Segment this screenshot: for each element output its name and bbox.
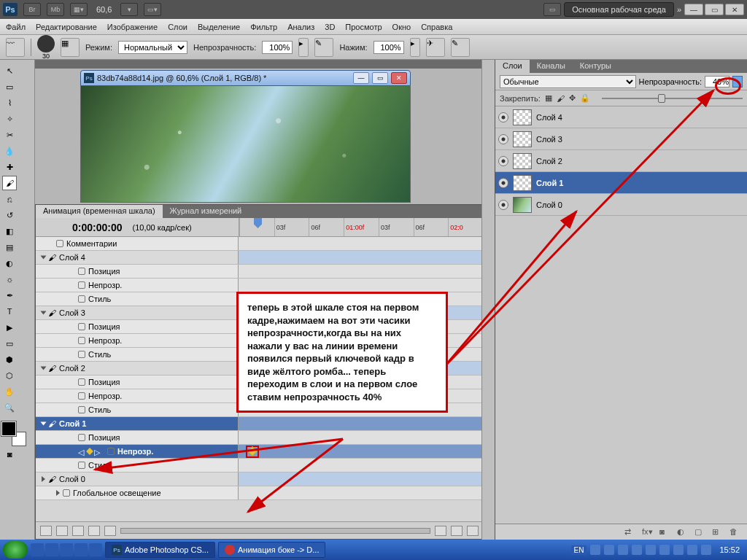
disclosure-icon[interactable] — [42, 476, 45, 482]
adjustment-layer-icon[interactable]: ◐ — [677, 527, 689, 537]
tray-icon[interactable] — [687, 545, 697, 555]
tab-paths[interactable]: Контуры — [573, 60, 619, 73]
group-icon[interactable]: ▢ — [694, 527, 706, 537]
stamp-tool-icon[interactable]: ⎌ — [2, 192, 17, 206]
blend-mode-select[interactable]: Нормальный — [118, 41, 187, 54]
stopwatch-icon[interactable] — [78, 434, 85, 441]
opacity-input[interactable] — [262, 41, 293, 54]
stopwatch-icon[interactable] — [78, 378, 85, 386]
menu-help[interactable]: Справка — [421, 23, 452, 31]
tab-channels[interactable]: Каналы — [530, 60, 573, 73]
doc-maximize-button[interactable]: ▭ — [372, 72, 388, 84]
move-tool-icon[interactable]: ↖ — [2, 63, 17, 78]
tray-icon[interactable] — [618, 545, 628, 555]
workspace-more-icon[interactable]: » — [677, 5, 681, 14]
history-brush-icon[interactable]: ↺ — [2, 208, 17, 222]
eraser-tool-icon[interactable]: ◧ — [2, 224, 17, 238]
zoom-tool-icon[interactable]: 🔍 — [2, 400, 17, 415]
quicklaunch-icon[interactable] — [45, 543, 58, 556]
airbrush-icon[interactable]: ✈ — [426, 38, 445, 57]
play-icon[interactable] — [72, 526, 84, 536]
menu-window[interactable]: Окно — [392, 23, 411, 31]
menu-select[interactable]: Выделение — [198, 23, 240, 31]
tab-layers[interactable]: Слои — [495, 60, 530, 73]
row-layer4[interactable]: Слой 4 — [59, 253, 85, 262]
layer-item[interactable]: Слой 4 — [495, 106, 747, 128]
row-layer3[interactable]: Слой 3 — [59, 308, 85, 317]
layer-mask-icon[interactable]: ◙ — [659, 527, 671, 537]
stopwatch-icon[interactable] — [78, 337, 85, 344]
layer-item[interactable]: Слой 2 — [495, 150, 747, 172]
delete-layer-icon[interactable]: 🗑 — [729, 527, 741, 537]
eyedropper-tool-icon[interactable]: 💧 — [2, 144, 17, 158]
pen-tool-icon[interactable]: ✒ — [2, 288, 17, 303]
menu-filter[interactable]: Фильтр — [250, 23, 277, 31]
menu-layer[interactable]: Слои — [168, 23, 187, 31]
menu-analysis[interactable]: Анализ — [287, 23, 314, 31]
flow-input[interactable] — [374, 41, 404, 54]
stopwatch-icon[interactable] — [78, 406, 85, 413]
tray-icon[interactable] — [590, 545, 600, 555]
quicklaunch-icon[interactable] — [60, 543, 73, 556]
visibility-icon[interactable] — [498, 112, 508, 122]
tray-icon[interactable] — [604, 545, 614, 555]
menu-image[interactable]: Изображение — [107, 23, 158, 31]
tray-icon[interactable] — [659, 545, 670, 555]
taskbar-clock[interactable]: 15:52 — [715, 545, 744, 554]
language-indicator[interactable]: EN — [571, 545, 587, 555]
keyframe-nav[interactable]: ◁▷ — [78, 448, 101, 455]
wand-tool-icon[interactable]: ✧ — [2, 112, 17, 126]
3d-camera-icon[interactable]: ⬡ — [2, 368, 17, 383]
convert-frames-icon[interactable] — [467, 526, 479, 536]
lock-pixels-icon[interactable]: 🖌 — [557, 94, 565, 103]
tool-preset-icon[interactable]: 〰 — [6, 38, 25, 57]
stopwatch-icon[interactable] — [78, 281, 85, 289]
row-layer1[interactable]: Слой 1 — [59, 419, 86, 428]
layer-fx-icon[interactable]: fx▾ — [642, 527, 654, 537]
row-layer2[interactable]: Слой 2 — [59, 364, 85, 373]
timeline-ruler[interactable]: 03f 06f 01:00f 03f 06f 02:0 — [239, 218, 483, 236]
onion-skin-icon[interactable] — [435, 526, 446, 536]
tab-measurement-log[interactable]: Журнал измерений — [163, 205, 249, 218]
workspace-switcher[interactable]: Основная рабочая среда — [564, 2, 674, 17]
menu-file[interactable]: Файл — [6, 23, 26, 31]
screen-mode-icon[interactable]: ▭▾ — [144, 3, 161, 16]
disclosure-icon[interactable] — [41, 256, 47, 260]
stopwatch-icon[interactable] — [78, 392, 85, 400]
disclosure-icon[interactable] — [41, 311, 47, 315]
visibility-icon[interactable] — [498, 134, 508, 144]
color-swatches[interactable] — [1, 421, 26, 446]
layer-item-selected[interactable]: Слой 1 — [495, 172, 747, 194]
type-tool-icon[interactable]: T — [2, 304, 17, 319]
layer-item[interactable]: Слой 0 — [495, 194, 747, 216]
window-minimize-button[interactable]: — — [684, 4, 703, 15]
brush-panel-icon[interactable]: ▦ — [61, 38, 80, 57]
zoom-slider[interactable] — [120, 528, 430, 534]
tablet-pressure-icon[interactable]: ✎ — [451, 38, 470, 57]
healing-tool-icon[interactable]: ✚ — [2, 160, 17, 174]
lock-all-icon[interactable]: 🔒 — [580, 93, 590, 103]
delete-icon[interactable] — [451, 526, 462, 536]
stopwatch-icon[interactable] — [78, 268, 85, 275]
quickmask-icon[interactable]: ◙ — [2, 447, 17, 462]
tab-animation-timeline[interactable]: Анимация (временная шкала) — [36, 205, 163, 218]
rewind-icon[interactable] — [40, 526, 52, 536]
taskbar-item-opera[interactable]: Анимация боке -> D... — [218, 542, 325, 558]
panel-collapse-strip[interactable] — [35, 60, 484, 69]
cs-live-icon[interactable]: ▭ — [543, 3, 561, 16]
window-close-button[interactable]: ✕ — [725, 4, 744, 15]
tray-icon[interactable] — [673, 545, 684, 555]
quicklaunch-icon[interactable] — [74, 543, 88, 556]
loop-icon[interactable] — [104, 526, 116, 536]
brush-tool-icon[interactable]: 🖌 — [2, 176, 17, 190]
visibility-icon[interactable] — [498, 156, 508, 166]
quicklaunch-icon[interactable] — [89, 543, 102, 556]
layer-item[interactable]: Слой 3 — [495, 128, 747, 150]
gradient-tool-icon[interactable]: ▤ — [2, 240, 17, 254]
doc-minimize-button[interactable]: — — [353, 72, 369, 84]
next-frame-icon[interactable] — [88, 526, 100, 536]
collapsed-panel-strip[interactable] — [481, 60, 495, 540]
hand-tool-icon[interactable]: ✋ — [2, 384, 17, 399]
stopwatch-opacity-icon[interactable] — [107, 448, 115, 455]
disclosure-icon[interactable] — [41, 422, 47, 426]
